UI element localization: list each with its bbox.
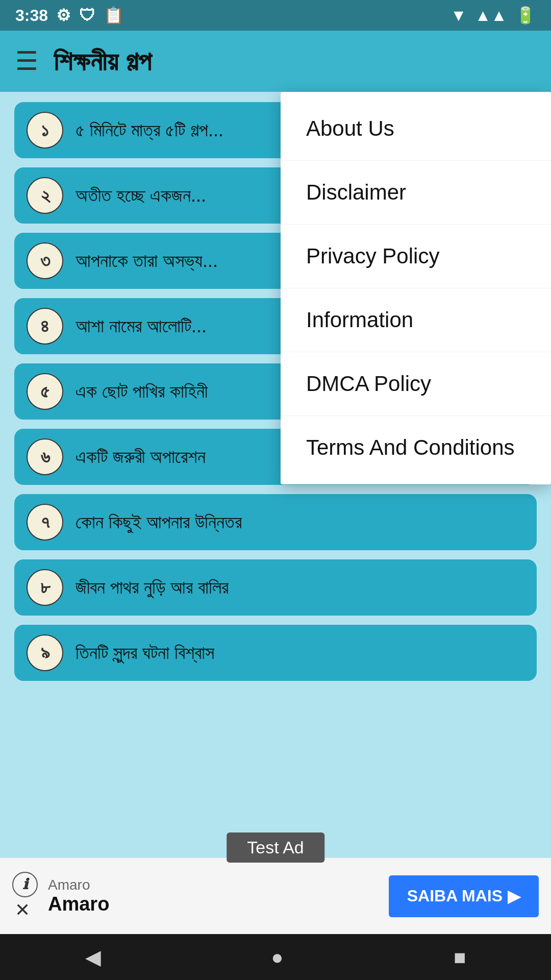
- status-left: 3:38 ⚙ 🛡 📋: [15, 6, 124, 25]
- dropdown-item-terms-conditions[interactable]: Terms And Conditions: [281, 416, 551, 479]
- item-badge: ৭: [27, 504, 63, 541]
- item-badge: ১: [27, 112, 63, 149]
- item-text: আশা নামের আলোটি...: [76, 315, 207, 337]
- item-badge: ৫: [27, 373, 63, 410]
- ad-name: Amaro: [48, 893, 379, 915]
- dropdown-item-about-us[interactable]: About Us: [281, 97, 551, 161]
- ad-text-block: Amaro Amaro: [48, 877, 379, 915]
- status-bar: 3:38 ⚙ 🛡 📋 ▼ ▲▲ 🔋: [0, 0, 551, 31]
- list-item[interactable]: ৭ কোন কিছুই আপনার উন্নিতর: [14, 494, 537, 550]
- settings-icon: ⚙: [56, 6, 71, 25]
- ad-cta-arrow: ▶: [508, 887, 520, 906]
- ad-cta-label: SAIBA MAIS: [407, 887, 503, 905]
- nav-home-button[interactable]: ●: [271, 946, 283, 969]
- ad-cta-button[interactable]: SAIBA MAIS ▶: [389, 875, 539, 917]
- nav-back-button[interactable]: ◀: [85, 945, 101, 969]
- app-title: শিক্ষনীয় গল্প: [54, 46, 152, 77]
- app-bar: ☰ শিক্ষনীয় গল্প: [0, 31, 551, 92]
- ad-banner: ℹ ✕ Amaro Amaro SAIBA MAIS ▶ Test Ad: [0, 857, 551, 934]
- item-text: জীবন পাথর নুড়ি আর বালির: [76, 577, 229, 598]
- item-badge: ৩: [27, 242, 63, 279]
- item-badge: ৮: [27, 569, 63, 606]
- item-badge: ৯: [27, 634, 63, 671]
- nav-bar: ◀ ● ■: [0, 934, 551, 980]
- ad-close-button[interactable]: ✕: [15, 899, 30, 921]
- dropdown-menu: About UsDisclaimerPrivacy PolicyInformat…: [281, 92, 551, 484]
- item-text: অতীত হচ্ছে একজন...: [76, 185, 206, 206]
- battery-icon: 🔋: [515, 6, 536, 25]
- list-item[interactable]: ৮ জীবন পাথর নুড়ি আর বালির: [14, 559, 537, 616]
- ad-sponsor: Amaro: [48, 877, 379, 893]
- item-badge: ২: [27, 177, 63, 214]
- nav-recent-button[interactable]: ■: [454, 946, 466, 969]
- main-content: ১ ৫ মিনিটে মাত্র ৫টি গল্প... ২ অতীত হচ্ছ…: [0, 92, 551, 700]
- shield-icon: 🛡: [79, 6, 95, 25]
- item-text: কোন কিছুই আপনার উন্নিতর: [76, 511, 242, 533]
- dropdown-item-information[interactable]: Information: [281, 288, 551, 352]
- status-right: ▼ ▲▲ 🔋: [450, 6, 536, 25]
- dropdown-item-disclaimer[interactable]: Disclaimer: [281, 161, 551, 225]
- list-item[interactable]: ৯ তিনটি সুন্দর ঘটনা বিশ্বাস: [14, 625, 537, 681]
- item-text: একটি জরুরী অপারেশন: [76, 446, 206, 468]
- ad-info-icon: ℹ: [12, 872, 38, 897]
- clipboard-icon: 📋: [104, 6, 124, 25]
- wifi-icon: ▼: [450, 6, 467, 25]
- dropdown-item-dmca-policy[interactable]: DMCA Policy: [281, 352, 551, 416]
- ad-test-label: Test Ad: [227, 832, 324, 863]
- item-text: এক ছোট পাখির কাহিনী: [76, 381, 208, 402]
- item-badge: ৪: [27, 308, 63, 345]
- hamburger-menu-icon[interactable]: ☰: [15, 46, 38, 76]
- item-text: তিনটি সুন্দর ঘটনা বিশ্বাস: [76, 642, 214, 664]
- item-text: আপনাকে তারা অসভ্য...: [76, 250, 218, 272]
- signal-icon: ▲▲: [475, 6, 507, 25]
- dropdown-item-privacy-policy[interactable]: Privacy Policy: [281, 225, 551, 288]
- item-text: ৫ মিনিটে মাত্র ৫টি গল্প...: [76, 119, 223, 141]
- item-badge: ৬: [27, 438, 63, 475]
- status-time: 3:38: [15, 6, 48, 25]
